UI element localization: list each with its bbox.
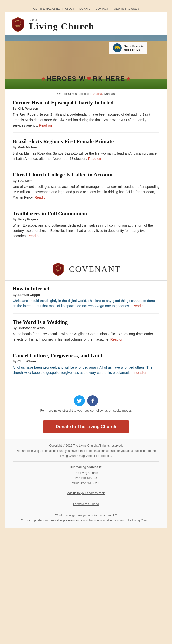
article-1-author: By Kirk Petersen — [12, 107, 160, 110]
footer-unsubscribe-line: You can update your newsletter preferenc… — [12, 518, 160, 523]
heroes-work-here: ★ HEROES W ❤ RK HERE ★ — [41, 75, 131, 82]
covenant-article-1-author: By Samuel Cripps — [12, 293, 160, 296]
covenant-articles-section: How to Internet By Samuel Cripps Christi… — [5, 283, 167, 390]
covenant-article-3-read-on[interactable]: Read on — [134, 371, 148, 375]
article-1-read-on[interactable]: Read on — [39, 123, 52, 127]
donate-button[interactable]: Donate to The Living Church — [44, 420, 128, 433]
facebook-icon[interactable] — [87, 395, 98, 406]
covenant-article-2-read-on[interactable]: Read on — [110, 337, 123, 341]
heroes-star-left: ★ — [41, 76, 46, 82]
sfm-arrow-icon — [113, 44, 122, 52]
covenant-article-2-body: As he heads for a new vocation with the … — [12, 332, 160, 342]
nav-view-browser[interactable]: VIEW IN BROWSER — [114, 7, 138, 10]
article-3: Christ Church College Is Called to Accou… — [12, 172, 160, 205]
sfm-text: Saint Francis MINISTRIES — [124, 44, 144, 51]
newsletter-preferences-link[interactable]: update your newsletter preferences — [32, 519, 79, 522]
covenant-article-3-author: By Clint Wilson — [12, 360, 160, 363]
covenant-shield-icon: ✝ — [51, 262, 65, 276]
covenant-article-1-body: Christians should tread lightly in the d… — [12, 298, 160, 309]
covenant-article-1: How to Internet By Samuel Cripps Christi… — [12, 286, 160, 314]
covenant-article-1-title: How to Internet — [12, 286, 160, 292]
article-1-body: The Rev. Robert Nelson Smith and a co-de… — [12, 112, 160, 128]
donate-section: Donate to The Living Church — [5, 416, 167, 438]
heroes-star-right: ★ — [126, 76, 131, 82]
article-4-read-on[interactable]: Read on — [28, 234, 40, 238]
article-4-body: When Episcopalians and Lutherans declare… — [12, 223, 160, 239]
covenant-title: COVENANT — [69, 264, 121, 274]
covenant-section: ✝ COVENANT — [5, 256, 167, 280]
footer-section: Copyright © 2022 The Living Church. All … — [5, 438, 167, 528]
nav-donate[interactable]: DONATE — [79, 7, 90, 10]
hero-caption: One of SFM's facilities in Salina, Kansa… — [5, 90, 167, 97]
logo-shield-icon: ✝ — [10, 16, 26, 32]
article-3-author: By TLC Staff — [12, 179, 160, 182]
social-caption: For more news straight to your device, f… — [10, 408, 162, 412]
top-navigation: GET THE MAGAZINE | ABOUT | DONATE | CONT… — [5, 5, 167, 12]
footer-mailing-address: The Living ChurchP.O. Box 510705Milwauke… — [12, 470, 160, 486]
article-2: Brazil Elects Region's First Female Prim… — [12, 138, 160, 166]
covenant-article-3-body: All of us have been wronged, and will be… — [12, 365, 160, 376]
article-2-body: Bishop Marinez Rosa dos Santos Bassotto … — [12, 151, 160, 162]
logo-name: Living Church — [29, 22, 94, 31]
sfm-logo: Saint Francis MINISTRIES — [109, 42, 147, 54]
forward-to-friend-link[interactable]: Forward to a Friend — [73, 502, 99, 506]
heroes-heart: ❤ — [86, 76, 92, 82]
footer-you-label: You — [21, 519, 26, 522]
footer-divider-3 — [12, 510, 160, 510]
articles-section: Former Head of Episcopal Charity Indicte… — [5, 97, 167, 254]
nav-contact[interactable]: CONTACT — [96, 7, 108, 10]
salina-link[interactable]: Salina — [93, 92, 102, 96]
article-2-read-on[interactable]: Read on — [88, 157, 101, 161]
footer-divider-1 — [12, 462, 160, 462]
logo-text: THE Living Church — [29, 18, 94, 31]
covenant-article-2-title: The Word Is a Wedding — [12, 319, 160, 325]
hero-image: Saint Francis MINISTRIES ★ HEROES W ❤ RK… — [5, 36, 167, 90]
social-section: For more news straight to your device, f… — [5, 390, 167, 416]
footer-opt-out: You are receiving this email because you… — [12, 448, 160, 458]
article-3-read-on[interactable]: Read on — [34, 195, 48, 199]
social-icons-group — [10, 395, 162, 406]
svg-text:✝: ✝ — [58, 266, 59, 268]
article-4-title: Trailblazers in Full Communion — [12, 210, 160, 217]
article-3-body: One of Oxford's colleges stands accused … — [12, 184, 160, 200]
footer-divider-2 — [12, 498, 160, 499]
covenant-article-3: Cancel Culture, Forgiveness, and Guilt B… — [12, 352, 160, 380]
nav-get-magazine[interactable]: GET THE MAGAZINE — [33, 7, 60, 10]
covenant-article-2: The Word Is a Wedding By Christopher Wel… — [12, 319, 160, 347]
article-4: Trailblazers in Full Communion By Betsy … — [12, 210, 160, 243]
covenant-article-3-title: Cancel Culture, Forgiveness, and Guilt — [12, 352, 160, 359]
article-4-author: By Betsy Rogers — [12, 218, 160, 221]
article-1-title: Former Head of Episcopal Charity Indicte… — [12, 100, 160, 106]
footer-change-text: Want to change how you receive these ema… — [12, 513, 160, 518]
covenant-article-1-read-on[interactable]: Read on — [132, 304, 146, 308]
footer-copyright: Copyright © 2022 The Living Church. All … — [12, 443, 160, 448]
address-book-link[interactable]: Add us to your address book — [67, 492, 105, 495]
footer-mailing-label: Our mailing address is: — [12, 465, 160, 470]
article-2-author: By Mark Michael — [12, 146, 160, 149]
logo-section: ✝ THE Living Church — [5, 12, 167, 35]
nav-about[interactable]: ABOUT — [65, 7, 74, 10]
svg-text:✝: ✝ — [17, 20, 19, 22]
article-3-title: Christ Church College Is Called to Accou… — [12, 172, 160, 178]
article-2-title: Brazil Elects Region's First Female Prim… — [12, 138, 160, 144]
article-1: Former Head of Episcopal Charity Indicte… — [12, 100, 160, 133]
twitter-icon[interactable] — [74, 395, 85, 406]
covenant-article-2-author: By Christopher Wells — [12, 326, 160, 330]
